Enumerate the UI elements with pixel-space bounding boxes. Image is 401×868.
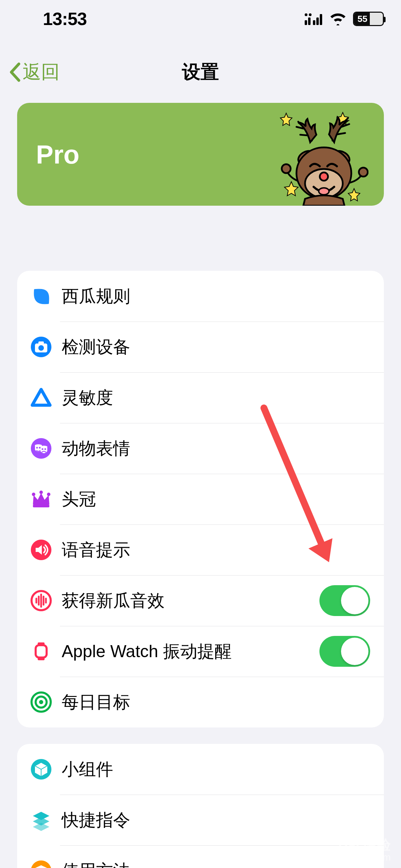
svg-point-22	[42, 448, 44, 450]
wifi-icon	[329, 12, 347, 25]
row-label: 动物表情	[62, 437, 370, 460]
row-label: 快捷指令	[62, 809, 370, 832]
apple-watch-icon	[29, 639, 53, 663]
pro-label: Pro	[36, 140, 80, 169]
svg-rect-5	[305, 20, 307, 25]
back-button[interactable]: 返回	[9, 60, 60, 85]
row-crown[interactable]: 头冠	[17, 474, 384, 525]
row-widgets[interactable]: 小组件	[17, 744, 384, 795]
status-icons: 55	[304, 12, 384, 26]
cellular-icon	[304, 13, 323, 25]
row-label: Apple Watch 振动提醒	[62, 640, 319, 663]
svg-rect-37	[36, 645, 47, 658]
svg-point-26	[47, 493, 50, 496]
svg-point-14	[319, 188, 329, 195]
row-watermelon-rules[interactable]: 西瓜规则	[17, 271, 384, 322]
row-label: 获得新瓜音效	[62, 589, 319, 612]
svg-point-18	[38, 345, 44, 351]
row-label: 检测设备	[62, 336, 370, 359]
row-label: 头冠	[62, 488, 370, 511]
svg-point-20	[36, 447, 38, 449]
layers-icon	[29, 808, 53, 832]
svg-rect-17	[38, 341, 44, 344]
camera-icon	[29, 335, 53, 359]
cube-icon	[29, 757, 53, 781]
status-bar: 13:53 55	[0, 0, 401, 38]
status-time: 13:53	[43, 9, 87, 29]
row-label: 每日目标	[62, 691, 370, 714]
svg-point-13	[320, 172, 328, 181]
svg-point-23	[45, 448, 46, 450]
svg-point-1	[309, 13, 312, 16]
row-label: 灵敏度	[62, 386, 370, 409]
svg-point-24	[32, 493, 35, 496]
watermark: Bai 经验 jingyan.baidu.com	[313, 837, 391, 863]
svg-point-10	[359, 168, 368, 177]
crown-icon	[29, 487, 53, 511]
speaker-icon	[29, 538, 53, 562]
svg-rect-2	[313, 20, 315, 25]
svg-rect-4	[320, 14, 322, 25]
nav-bar: 返回 设置	[0, 55, 401, 89]
svg-point-40	[39, 700, 43, 704]
page-title: 设置	[182, 60, 219, 85]
toggle-new-melon-sound[interactable]	[319, 585, 370, 616]
back-label: 返回	[23, 60, 60, 85]
svg-rect-27	[33, 505, 49, 507]
row-voice-prompt[interactable]: 语音提示	[17, 525, 384, 575]
battery-icon: 55	[353, 12, 384, 26]
target-icon	[29, 690, 53, 714]
masks-icon	[29, 436, 53, 460]
svg-point-25	[39, 491, 43, 494]
leaf-icon	[29, 284, 53, 308]
svg-point-0	[305, 13, 307, 16]
svg-point-21	[39, 447, 41, 449]
reindeer-icon	[276, 110, 368, 206]
chevron-left-icon	[9, 62, 21, 82]
row-label: 西瓜规则	[62, 285, 370, 308]
svg-rect-3	[316, 17, 319, 25]
row-label: 语音提示	[62, 539, 370, 562]
row-label: 小组件	[62, 758, 370, 781]
soundwave-icon	[29, 589, 53, 613]
graduation-icon	[29, 859, 53, 868]
row-daily-goal[interactable]: 每日目标	[17, 677, 384, 727]
svg-rect-6	[308, 17, 311, 25]
row-detect-device[interactable]: 检测设备	[17, 322, 384, 372]
settings-group-1: 西瓜规则 检测设备 灵敏度 动物表情 头冠 语音提示 获得新瓜音	[17, 271, 384, 727]
row-sensitivity[interactable]: 灵敏度	[17, 372, 384, 423]
row-animal-emoji[interactable]: 动物表情	[17, 423, 384, 474]
toggle-apple-watch-haptic[interactable]	[319, 636, 370, 667]
row-new-melon-sound: 获得新瓜音效	[17, 575, 384, 626]
triangle-icon	[29, 386, 53, 410]
pro-banner[interactable]: Pro	[17, 103, 384, 206]
svg-point-9	[282, 164, 291, 173]
row-apple-watch-haptic: Apple Watch 振动提醒	[17, 626, 384, 677]
